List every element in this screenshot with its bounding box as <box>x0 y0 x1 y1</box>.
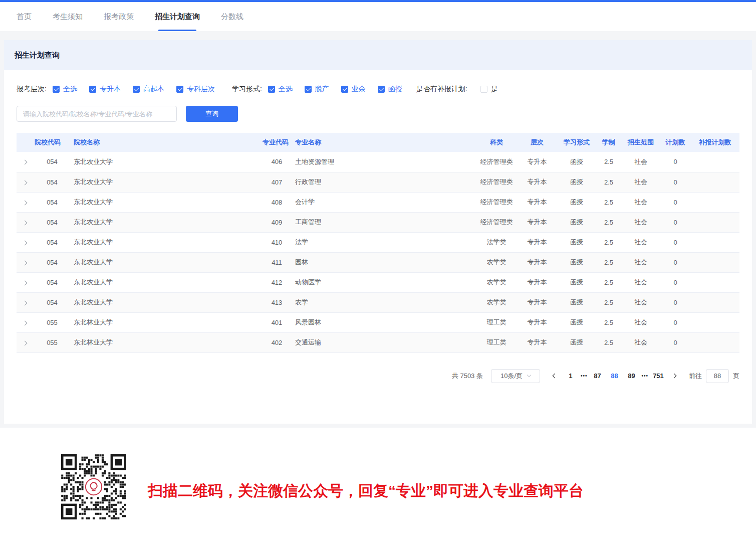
checkbox-label: 全选 <box>63 85 77 94</box>
expand-row-icon[interactable] <box>22 320 27 325</box>
study-form-checkbox-3[interactable]: 业余 <box>341 85 366 94</box>
column-header-scope: 招生范围 <box>621 133 660 152</box>
cell-level: 专升本 <box>517 192 557 212</box>
main-nav: 首页考生须知报考政策招生计划查询分数线 <box>0 2 756 31</box>
checkbox-label: 专科层次 <box>187 85 215 94</box>
cell-supplement_count <box>690 232 739 252</box>
cell-college_name: 东北林业大学 <box>72 312 261 332</box>
cell-scope: 社会 <box>621 312 660 332</box>
tab-5[interactable]: 分数线 <box>217 2 247 31</box>
cell-study_form: 函授 <box>557 152 596 172</box>
expand-row-icon[interactable] <box>22 220 27 225</box>
study-form-options: 全选脱产业余函授 <box>268 85 414 94</box>
cell-years: 2.5 <box>596 172 621 192</box>
search-input[interactable] <box>17 106 177 122</box>
cell-college_name: 东北农业大学 <box>72 192 261 212</box>
supplement-checkbox-1[interactable]: 是 <box>480 85 498 94</box>
tab-4[interactable]: 招生计划查询 <box>151 2 204 31</box>
cell-scope: 社会 <box>621 252 660 272</box>
expand-cell <box>17 232 33 252</box>
table-row: 054东北农业大学411园林农学类专升本函授2.5社会0 <box>17 252 739 272</box>
goto-page-input[interactable] <box>706 369 729 383</box>
expand-row-icon[interactable] <box>22 280 27 285</box>
cell-college_code: 054 <box>33 192 72 212</box>
checked-checkbox-icon <box>341 86 348 93</box>
page-number-87[interactable]: 87 <box>590 369 604 383</box>
search-row: 查询 <box>17 106 739 122</box>
page-number-751[interactable]: 751 <box>651 369 665 383</box>
cell-college_code: 054 <box>33 252 72 272</box>
cell-college_name: 东北农业大学 <box>72 152 261 172</box>
cell-study_form: 函授 <box>557 192 596 212</box>
chevron-right-icon <box>671 374 676 379</box>
cell-scope: 社会 <box>621 292 660 312</box>
page-number-88[interactable]: 88 <box>607 369 621 383</box>
prev-page-button[interactable] <box>548 369 562 383</box>
tab-2[interactable]: 考生须知 <box>49 2 87 31</box>
cell-major_code: 401 <box>261 312 293 332</box>
expand-row-icon[interactable] <box>22 340 27 345</box>
cell-college_name: 东北农业大学 <box>72 272 261 292</box>
study-form-checkbox-1[interactable]: 全选 <box>268 85 293 94</box>
report-level-checkbox-4[interactable]: 专科层次 <box>176 85 215 94</box>
table-row: 054东北农业大学406土地资源管理经济管理类专升本函授2.5社会0 <box>17 152 739 172</box>
cell-supplement_count <box>690 272 739 292</box>
cell-years: 2.5 <box>596 232 621 252</box>
next-page-button[interactable] <box>667 369 681 383</box>
cell-scope: 社会 <box>621 192 660 212</box>
supplement-plan-option: 是 <box>480 85 510 94</box>
study-form-checkbox-2[interactable]: 脱产 <box>305 85 329 94</box>
cell-subject: 理工类 <box>476 312 517 332</box>
expand-row-icon[interactable] <box>22 200 27 205</box>
page-size-select[interactable]: 10条/页 <box>491 369 540 383</box>
goto-suffix: 页 <box>733 372 739 381</box>
cell-subject: 法学类 <box>476 232 517 252</box>
cell-plan_count: 0 <box>660 232 690 252</box>
cell-subject: 农学类 <box>476 252 517 272</box>
cell-college_code: 054 <box>33 152 72 172</box>
expand-row-icon[interactable] <box>22 300 27 305</box>
goto-label: 前往 <box>689 372 702 381</box>
tab-1[interactable]: 首页 <box>13 2 36 31</box>
page-number-89[interactable]: 89 <box>624 369 638 383</box>
page-number-1[interactable]: 1 <box>564 369 578 383</box>
cell-major_name: 风景园林 <box>293 312 476 332</box>
cell-plan_count: 0 <box>660 292 690 312</box>
footer-banner: 扫描二维码，关注微信公众号，回复“专业”即可进入专业查询平台 <box>0 428 756 543</box>
cell-study_form: 函授 <box>557 172 596 192</box>
report-level-checkbox-2[interactable]: 专升本 <box>89 85 121 94</box>
report-level-checkbox-1[interactable]: 全选 <box>53 85 77 94</box>
cell-scope: 社会 <box>621 212 660 232</box>
cell-plan_count: 0 <box>660 212 690 232</box>
query-button[interactable]: 查询 <box>186 106 238 122</box>
study-form-checkbox-4[interactable]: 函授 <box>378 85 402 94</box>
column-header-plan_count: 计划数 <box>660 133 690 152</box>
tab-label: 首页 <box>17 12 32 22</box>
panel-header: 招生计划查询 <box>4 40 752 70</box>
cell-plan_count: 0 <box>660 312 690 332</box>
checked-checkbox-icon <box>268 86 275 93</box>
column-header-college_name: 院校名称 <box>72 133 261 152</box>
expand-row-icon[interactable] <box>22 260 27 265</box>
expand-row-icon[interactable] <box>22 240 27 245</box>
expand-row-icon[interactable] <box>22 160 27 165</box>
report-level-checkbox-3[interactable]: 高起本 <box>133 85 164 94</box>
expand-row-icon[interactable] <box>22 180 27 185</box>
cell-college_code: 054 <box>33 212 72 232</box>
cell-years: 2.5 <box>596 212 621 232</box>
cell-study_form: 函授 <box>557 312 596 332</box>
table-row: 054东北农业大学409工商管理经济管理类专升本函授2.5社会0 <box>17 212 739 232</box>
cell-major_code: 407 <box>261 172 293 192</box>
report-level-label: 报考层次: <box>17 85 47 94</box>
checked-checkbox-icon <box>133 86 140 93</box>
checked-checkbox-icon <box>176 86 183 93</box>
ellipsis-more-icon[interactable]: ••• <box>581 373 588 379</box>
table-body: 054东北农业大学406土地资源管理经济管理类专升本函授2.5社会0054东北农… <box>17 152 739 352</box>
ellipsis-more-icon[interactable]: ••• <box>641 373 648 379</box>
unchecked-checkbox-icon <box>480 86 487 93</box>
tab-3[interactable]: 报考政策 <box>100 2 138 31</box>
cell-college_code: 054 <box>33 292 72 312</box>
cell-supplement_count <box>690 292 739 312</box>
cell-level: 专升本 <box>517 232 557 252</box>
expand-cell <box>17 152 33 172</box>
